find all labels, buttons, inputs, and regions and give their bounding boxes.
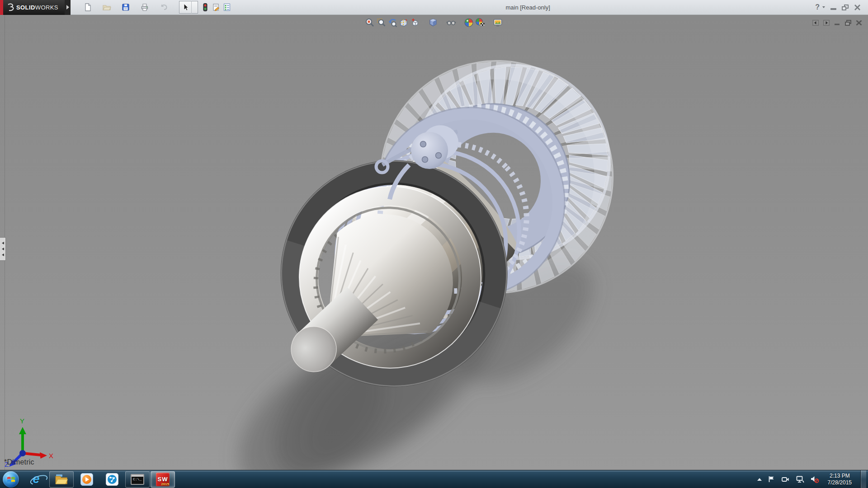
view-settings-icon bbox=[493, 18, 503, 28]
new-document-icon bbox=[83, 3, 92, 12]
brand-light: WORKS bbox=[35, 4, 58, 11]
jet-engine-model[interactable] bbox=[0, 15, 868, 470]
open-button[interactable] bbox=[101, 2, 112, 13]
close-document-button[interactable] bbox=[855, 19, 863, 26]
brand-bold: SOLID bbox=[16, 4, 35, 11]
system-tray: 2:13 PM 7/28/2015 bbox=[757, 470, 868, 488]
select-button[interactable] bbox=[179, 2, 191, 13]
rebuild-button[interactable] bbox=[200, 2, 211, 13]
eyeglasses-icon bbox=[446, 18, 456, 28]
taskbar-item-internet-explorer[interactable]: e bbox=[24, 470, 49, 488]
select-cursor-icon bbox=[181, 3, 190, 12]
minimize-button[interactable] bbox=[830, 8, 836, 10]
heads-up-view-toolbar bbox=[364, 17, 503, 28]
folder-icon bbox=[55, 474, 68, 485]
help-button[interactable]: ? bbox=[815, 3, 820, 11]
taskbar-item-media-player[interactable] bbox=[74, 470, 99, 488]
windows-flag-icon bbox=[7, 476, 15, 483]
view-orientation-label: *Dimetric bbox=[4, 458, 34, 466]
document-window-controls bbox=[812, 19, 863, 26]
media-player-icon bbox=[80, 473, 93, 486]
view-settings-button[interactable] bbox=[492, 17, 503, 28]
previous-view-button[interactable] bbox=[387, 17, 397, 28]
help-dropdown[interactable] bbox=[822, 6, 825, 8]
command-prompt-icon: C:\_ bbox=[131, 474, 144, 485]
taskbar-item-solidworks[interactable]: SW 2015 bbox=[151, 471, 175, 488]
open-folder-icon bbox=[102, 3, 111, 12]
volume-button[interactable] bbox=[810, 475, 819, 483]
new-document-button[interactable] bbox=[82, 2, 93, 13]
undo-icon bbox=[159, 3, 168, 12]
window-title: main [Read-only] bbox=[505, 4, 550, 11]
flag-icon bbox=[768, 475, 775, 483]
chevron-up-icon bbox=[757, 478, 762, 481]
quick-access-toolbar bbox=[82, 1, 241, 14]
collapse-arrow-icon bbox=[2, 248, 4, 250]
appearance-sphere-icon bbox=[464, 18, 474, 28]
collapse-left-pane-button[interactable] bbox=[812, 19, 819, 26]
command-prompt-text: C:\_ bbox=[133, 477, 142, 481]
network-status-button[interactable] bbox=[796, 475, 804, 483]
minimize-document-button[interactable] bbox=[834, 19, 841, 26]
zoom-to-area-button[interactable] bbox=[376, 17, 386, 28]
print-button[interactable] bbox=[139, 2, 150, 13]
clock-date: 7/28/2015 bbox=[828, 479, 852, 486]
volume-muted-icon bbox=[810, 475, 819, 483]
edit-appearance-button[interactable] bbox=[463, 17, 474, 28]
view-orientation-button[interactable] bbox=[410, 17, 420, 28]
start-button[interactable] bbox=[3, 471, 19, 488]
save-button[interactable] bbox=[120, 2, 131, 13]
options-checklist-icon bbox=[222, 3, 231, 12]
zoom-to-area-icon bbox=[376, 18, 386, 28]
collapse-right-pane-button[interactable] bbox=[823, 19, 830, 26]
display-style-button[interactable] bbox=[428, 17, 438, 28]
print-icon bbox=[140, 3, 149, 12]
restore-document-button[interactable] bbox=[844, 19, 852, 26]
window-controls: ? bbox=[815, 3, 868, 11]
select-tool-group bbox=[179, 1, 198, 14]
section-view-button[interactable] bbox=[398, 17, 409, 28]
undo-button[interactable] bbox=[158, 2, 169, 13]
options-button[interactable] bbox=[222, 2, 232, 13]
network-display-icon bbox=[796, 475, 804, 483]
collapse-arrow-icon bbox=[2, 253, 4, 256]
restore-button[interactable] bbox=[842, 5, 849, 10]
apply-scene-icon bbox=[475, 18, 485, 28]
windows-taskbar: e C:\_ bbox=[0, 470, 868, 488]
apply-scene-button[interactable] bbox=[475, 17, 485, 28]
close-button[interactable] bbox=[854, 4, 861, 11]
view-orientation-icon bbox=[410, 18, 420, 28]
hide-show-items-button[interactable] bbox=[446, 17, 456, 28]
solidworks-window: SOLIDWORKS bbox=[0, 0, 868, 488]
previous-view-icon bbox=[387, 18, 397, 28]
zoom-to-fit-icon bbox=[365, 18, 375, 28]
action-center-button[interactable] bbox=[768, 475, 775, 483]
file-properties-button[interactable] bbox=[211, 2, 222, 13]
taskbar-item-command-prompt[interactable]: C:\_ bbox=[125, 471, 150, 488]
menu-flyout-button[interactable] bbox=[65, 0, 71, 15]
rebuild-traffic-light-icon bbox=[201, 3, 210, 12]
zoom-to-fit-button[interactable] bbox=[364, 17, 375, 28]
collapse-arrow-icon bbox=[2, 242, 4, 244]
graphics-viewport[interactable]: Y X Z *Dimetric bbox=[0, 15, 868, 470]
power-plug-icon bbox=[781, 475, 790, 483]
taskbar-item-windows-explorer[interactable] bbox=[49, 471, 74, 488]
app-icon-strip bbox=[0, 0, 3, 15]
ds-logo-icon bbox=[6, 3, 16, 12]
solidworks-year: 2015 bbox=[161, 482, 169, 486]
title-bar: SOLIDWORKS bbox=[0, 0, 868, 15]
feature-tree-collapse-tab[interactable] bbox=[0, 237, 6, 261]
select-dropdown[interactable] bbox=[191, 1, 198, 14]
solidworks-logo: SOLIDWORKS bbox=[3, 0, 65, 15]
show-desktop-button[interactable] bbox=[860, 470, 866, 488]
show-hidden-icons-button[interactable] bbox=[757, 478, 762, 481]
triad-x-label: X bbox=[49, 452, 53, 460]
taskbar-clock[interactable]: 2:13 PM 7/28/2015 bbox=[825, 473, 854, 486]
clock-time: 2:13 PM bbox=[828, 473, 852, 479]
triad-y-label: Y bbox=[20, 417, 24, 425]
power-status-button[interactable] bbox=[781, 475, 790, 483]
internet-explorer-icon: e bbox=[33, 473, 39, 485]
file-properties-icon bbox=[212, 3, 221, 12]
taskbar-item-network-app[interactable] bbox=[99, 470, 125, 488]
solidworks-app-icon: SW 2015 bbox=[156, 473, 170, 486]
